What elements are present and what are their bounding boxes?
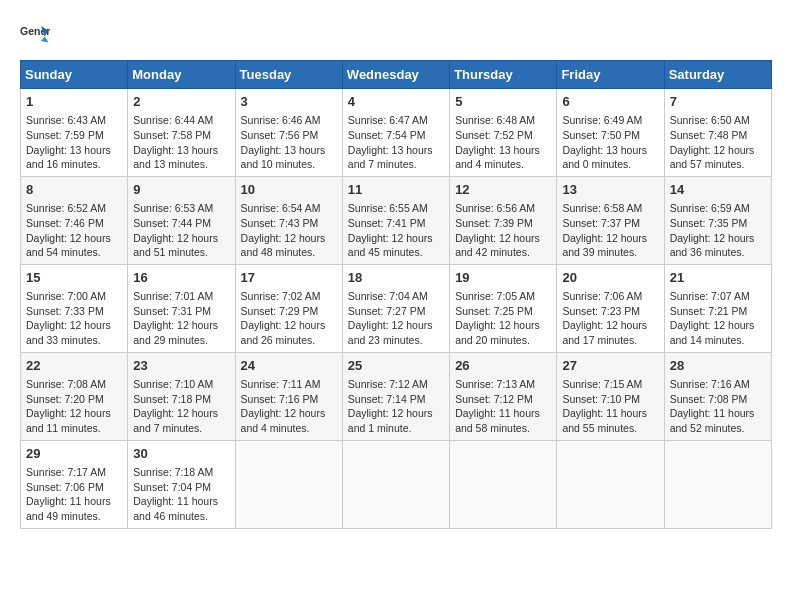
cell-info-line: Sunrise: 6:56 AM [455,201,551,216]
calendar-cell [664,440,771,528]
day-number: 25 [348,357,444,375]
cell-info-line: Sunset: 7:06 PM [26,480,122,495]
cell-info-line: Daylight: 13 hours [562,143,658,158]
calendar-week-4: 22Sunrise: 7:08 AMSunset: 7:20 PMDayligh… [21,352,772,440]
day-number: 5 [455,93,551,111]
cell-info-line: and 4 minutes. [455,157,551,172]
cell-info-line: Sunset: 7:46 PM [26,216,122,231]
cell-info-line: Sunrise: 7:13 AM [455,377,551,392]
day-number: 27 [562,357,658,375]
cell-info-line: and 16 minutes. [26,157,122,172]
day-number: 14 [670,181,766,199]
cell-info-line: Daylight: 12 hours [562,318,658,333]
cell-info-line: and 4 minutes. [241,421,337,436]
cell-info-line: Daylight: 13 hours [241,143,337,158]
day-number: 12 [455,181,551,199]
calendar-cell: 17Sunrise: 7:02 AMSunset: 7:29 PMDayligh… [235,264,342,352]
cell-info-line: Sunset: 7:58 PM [133,128,229,143]
day-number: 16 [133,269,229,287]
cell-info-line: and 46 minutes. [133,509,229,524]
cell-info-line: Daylight: 11 hours [133,494,229,509]
cell-info-line: Sunrise: 7:15 AM [562,377,658,392]
cell-info-line: Daylight: 12 hours [241,318,337,333]
cell-info-line: Sunset: 7:44 PM [133,216,229,231]
cell-info-line: and 1 minute. [348,421,444,436]
calendar-cell: 13Sunrise: 6:58 AMSunset: 7:37 PMDayligh… [557,176,664,264]
cell-info-line: Daylight: 12 hours [241,406,337,421]
day-number: 17 [241,269,337,287]
cell-info-line: Daylight: 11 hours [26,494,122,509]
day-number: 19 [455,269,551,287]
calendar-week-5: 29Sunrise: 7:17 AMSunset: 7:06 PMDayligh… [21,440,772,528]
calendar-cell: 22Sunrise: 7:08 AMSunset: 7:20 PMDayligh… [21,352,128,440]
day-number: 9 [133,181,229,199]
day-number: 10 [241,181,337,199]
cell-info-line: Sunset: 7:59 PM [26,128,122,143]
cell-info-line: Daylight: 12 hours [26,231,122,246]
cell-info-line: Sunset: 7:10 PM [562,392,658,407]
cell-info-line: Daylight: 12 hours [670,231,766,246]
day-number: 29 [26,445,122,463]
calendar-week-1: 1Sunrise: 6:43 AMSunset: 7:59 PMDaylight… [21,89,772,177]
cell-info-line: Sunrise: 6:53 AM [133,201,229,216]
cell-info-line: Sunset: 7:21 PM [670,304,766,319]
day-number: 3 [241,93,337,111]
cell-info-line: Sunset: 7:54 PM [348,128,444,143]
cell-info-line: Sunset: 7:35 PM [670,216,766,231]
calendar-cell: 4Sunrise: 6:47 AMSunset: 7:54 PMDaylight… [342,89,449,177]
cell-info-line: Sunrise: 7:04 AM [348,289,444,304]
cell-info-line: Sunrise: 6:47 AM [348,113,444,128]
cell-info-line: and 0 minutes. [562,157,658,172]
logo-icon: General [20,20,50,50]
cell-info-line: Sunset: 7:29 PM [241,304,337,319]
cell-info-line: and 39 minutes. [562,245,658,260]
day-number: 26 [455,357,551,375]
calendar-cell: 19Sunrise: 7:05 AMSunset: 7:25 PMDayligh… [450,264,557,352]
calendar-cell [342,440,449,528]
cell-info-line: Sunrise: 7:06 AM [562,289,658,304]
cell-info-line: Daylight: 12 hours [455,318,551,333]
cell-info-line: Sunrise: 6:43 AM [26,113,122,128]
day-header-sunday: Sunday [21,61,128,89]
calendar-cell: 18Sunrise: 7:04 AMSunset: 7:27 PMDayligh… [342,264,449,352]
cell-info-line: and 7 minutes. [133,421,229,436]
calendar-cell: 7Sunrise: 6:50 AMSunset: 7:48 PMDaylight… [664,89,771,177]
calendar-cell: 8Sunrise: 6:52 AMSunset: 7:46 PMDaylight… [21,176,128,264]
day-number: 30 [133,445,229,463]
cell-info-line: Sunrise: 6:54 AM [241,201,337,216]
cell-info-line: Daylight: 12 hours [670,143,766,158]
cell-info-line: Sunrise: 7:00 AM [26,289,122,304]
day-number: 28 [670,357,766,375]
calendar-cell: 25Sunrise: 7:12 AMSunset: 7:14 PMDayligh… [342,352,449,440]
cell-info-line: Sunrise: 6:50 AM [670,113,766,128]
page-header: General [20,20,772,50]
day-number: 21 [670,269,766,287]
cell-info-line: Sunrise: 7:02 AM [241,289,337,304]
calendar-cell: 14Sunrise: 6:59 AMSunset: 7:35 PMDayligh… [664,176,771,264]
cell-info-line: Daylight: 11 hours [455,406,551,421]
cell-info-line: Daylight: 13 hours [348,143,444,158]
cell-info-line: Sunrise: 7:05 AM [455,289,551,304]
day-header-thursday: Thursday [450,61,557,89]
cell-info-line: Daylight: 13 hours [133,143,229,158]
day-header-tuesday: Tuesday [235,61,342,89]
day-number: 4 [348,93,444,111]
cell-info-line: Daylight: 12 hours [133,406,229,421]
cell-info-line: Daylight: 12 hours [562,231,658,246]
calendar-cell: 27Sunrise: 7:15 AMSunset: 7:10 PMDayligh… [557,352,664,440]
cell-info-line: and 20 minutes. [455,333,551,348]
cell-info-line: and 57 minutes. [670,157,766,172]
cell-info-line: Daylight: 12 hours [133,231,229,246]
cell-info-line: Sunset: 7:08 PM [670,392,766,407]
cell-info-line: Sunrise: 6:52 AM [26,201,122,216]
calendar-table: SundayMondayTuesdayWednesdayThursdayFrid… [20,60,772,529]
cell-info-line: Sunset: 7:50 PM [562,128,658,143]
cell-info-line: and 7 minutes. [348,157,444,172]
calendar-cell: 26Sunrise: 7:13 AMSunset: 7:12 PMDayligh… [450,352,557,440]
cell-info-line: and 49 minutes. [26,509,122,524]
cell-info-line: Sunset: 7:25 PM [455,304,551,319]
cell-info-line: Daylight: 13 hours [26,143,122,158]
calendar-cell: 5Sunrise: 6:48 AMSunset: 7:52 PMDaylight… [450,89,557,177]
calendar-cell [557,440,664,528]
cell-info-line: and 13 minutes. [133,157,229,172]
